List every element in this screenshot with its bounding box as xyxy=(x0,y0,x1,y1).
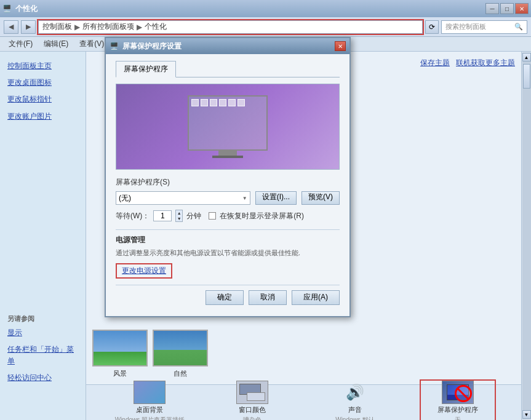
scrollbar-thumb[interactable] xyxy=(523,64,530,89)
search-bar[interactable]: 搜索控制面板 🔍 xyxy=(441,20,527,34)
wait-spinner[interactable]: ▲ ▼ xyxy=(175,210,183,222)
desktop-bg-label: 桌面背景 xyxy=(136,405,163,414)
breadcrumb-part2: 所有控制面板项 xyxy=(82,22,134,32)
sidebar-item-display[interactable]: 显示 xyxy=(0,325,86,341)
wait-row: 等待(W)： ▲ ▼ 分钟 在恢复时显示登录屏幕(R) xyxy=(116,210,340,222)
maximize-button[interactable]: □ xyxy=(500,3,514,14)
window-color-label: 窗口颜色 xyxy=(239,405,266,414)
ok-button[interactable]: 确定 xyxy=(206,290,244,305)
dialog-body: 屏幕保护程序 xyxy=(106,54,349,316)
breadcrumb-part1: 控制面板 xyxy=(42,22,72,32)
back-button[interactable]: ◀ xyxy=(4,20,18,34)
theme-nature-label: 自然 xyxy=(174,369,187,378)
cancel-button[interactable]: 取消 xyxy=(249,290,287,305)
sidebar-item-home[interactable]: 控制面板主页 xyxy=(0,58,86,74)
forward-button[interactable]: ▶ xyxy=(21,20,36,34)
scrollbar-track xyxy=(522,61,531,410)
sound-item[interactable]: 🔊 声音 Windows 默认 xyxy=(318,381,392,420)
wait-unit: 分钟 xyxy=(186,211,201,221)
title-bar-buttons: ─ □ ✕ xyxy=(485,3,529,14)
close-button[interactable]: ✕ xyxy=(515,3,529,14)
theme-nature[interactable]: 自然 xyxy=(153,330,208,378)
dialog-tab-bar: 屏幕保护程序 xyxy=(116,60,340,77)
title-icon: 🖥️ xyxy=(2,4,12,13)
more-themes-link[interactable]: 联机获取更多主题 xyxy=(456,58,515,68)
preview-area xyxy=(116,84,340,170)
window-title: 个性化 xyxy=(15,4,38,14)
dialog-close-button[interactable]: ✕ xyxy=(335,41,346,51)
scroll-up-button[interactable]: ▲ xyxy=(522,53,531,61)
desktop-bg-item[interactable]: 桌面背景 Windows 照片查看器墙纸 xyxy=(113,381,186,420)
theme-links: 保存主题 联机获取更多主题 xyxy=(420,58,515,68)
sound-icon: 🔊 xyxy=(339,381,371,404)
save-theme-link[interactable]: 保存主题 xyxy=(420,58,450,68)
wait-input[interactable] xyxy=(153,210,172,221)
breadcrumb-sep2: ▶ xyxy=(137,23,142,31)
desktop-bg-sublabel: Windows 照片查看器墙纸 xyxy=(115,416,185,420)
sidebar-item-ease-access[interactable]: 轻松访问中心 xyxy=(0,370,86,386)
window-color-icon xyxy=(236,381,268,404)
settings-button[interactable]: 设置(I)... xyxy=(255,191,297,205)
dialog-footer: 确定 取消 应用(A) xyxy=(116,285,340,307)
theme-scenery-label: 风景 xyxy=(113,369,127,378)
change-power-settings-button[interactable]: 更改电源设置 xyxy=(116,263,172,279)
resume-label: 在恢复时显示登录屏幕(R) xyxy=(220,211,304,221)
screensaver-dropdown-arrow: ▼ xyxy=(242,196,247,201)
right-scrollbar[interactable]: ▲ ▼ xyxy=(521,52,531,420)
theme-thumbnails: 风景 自然 xyxy=(92,330,515,378)
window-color-item[interactable]: 窗口颜色 嘈杂色 xyxy=(215,381,289,420)
also-see-title: 另请参阅 xyxy=(0,309,86,325)
dialog-title: 🖥️ 屏幕保护程序设置 xyxy=(110,41,182,52)
sidebar-item-mouse-pointers[interactable]: 更改鼠标指针 xyxy=(0,91,86,108)
dialog-tab-screensaver[interactable]: 屏幕保护程序 xyxy=(116,61,176,77)
breadcrumb-part3: 个性化 xyxy=(145,22,167,32)
screensaver-select-value: (无) xyxy=(119,193,131,204)
menu-file[interactable]: 文件(F) xyxy=(4,38,38,50)
screensaver-settings-dialog: 🖥️ 屏幕保护程序设置 ✕ 屏幕保护程序 xyxy=(105,37,351,317)
wait-label: 等待(W)： xyxy=(116,211,150,221)
menu-view[interactable]: 查看(V) xyxy=(74,38,109,50)
breadcrumb[interactable]: 控制面板 ▶ 所有控制面板项 ▶ 个性化 xyxy=(38,20,423,34)
power-desc: 通过调整显示亮度和其他电源设置以节省能源或提供最佳性能. xyxy=(116,248,340,258)
dialog-title-icon: 🖥️ xyxy=(110,42,119,50)
title-bar: 🖥️ 个性化 ─ □ ✕ xyxy=(0,0,531,17)
scroll-down-button[interactable]: ▼ xyxy=(522,410,531,419)
search-placeholder: 搜索控制面板 xyxy=(445,22,486,31)
screensaver-label-text: 屏幕保护程序(S) xyxy=(116,177,340,188)
resume-checkbox[interactable] xyxy=(209,212,216,220)
search-icon: 🔍 xyxy=(514,23,523,31)
sound-label: 声音 xyxy=(348,405,362,414)
sidebar-item-desktop-icons[interactable]: 更改桌面图标 xyxy=(0,74,86,91)
theme-scenery[interactable]: 风景 xyxy=(92,330,148,378)
breadcrumb-sep1: ▶ xyxy=(74,23,80,31)
preview-button[interactable]: 预览(V) xyxy=(301,191,340,205)
wait-down-button[interactable]: ▼ xyxy=(176,216,182,221)
sound-sublabel: Windows 默认 xyxy=(335,416,374,420)
apply-button[interactable]: 应用(A) xyxy=(292,290,340,305)
address-bar: ◀ ▶ 控制面板 ▶ 所有控制面板项 ▶ 个性化 ⟳ 搜索控制面板 🔍 xyxy=(0,17,531,37)
theme-scenery-image xyxy=(92,330,148,367)
bottom-icons: 桌面背景 Windows 照片查看器墙纸 窗口颜色 嘈杂色 🔊 声音 Wi xyxy=(86,384,521,420)
refresh-button[interactable]: ⟳ xyxy=(425,20,439,34)
power-section: 电源管理 通过调整显示亮度和其他电源设置以节省能源或提供最佳性能. 更改电源设置 xyxy=(116,229,340,279)
minimize-button[interactable]: ─ xyxy=(485,3,499,14)
screensaver-select[interactable]: (无) ▼ xyxy=(116,191,250,205)
sidebar: 控制面板主页 更改桌面图标 更改鼠标指针 更改账户图片 另请参阅 显示 任务栏和… xyxy=(0,52,86,420)
power-title: 电源管理 xyxy=(116,235,340,245)
theme-nature-image xyxy=(153,330,208,367)
wait-up-button[interactable]: ▲ xyxy=(176,210,182,216)
preview-screen xyxy=(188,95,268,151)
dialog-title-text: 屏幕保护程序设置 xyxy=(122,41,182,52)
sidebar-item-taskbar[interactable]: 任务栏和「开始」菜单 xyxy=(0,341,86,370)
menu-edit[interactable]: 编辑(E) xyxy=(39,38,73,50)
desktop-bg-icon xyxy=(134,381,166,404)
screensaver-label: 屏幕保护程序 xyxy=(437,405,478,414)
screensaver-sublabel: 无 xyxy=(455,416,461,420)
screensaver-item[interactable]: 屏幕保护程序 无 xyxy=(421,381,495,420)
window-color-sublabel: 嘈杂色 xyxy=(243,416,262,420)
screensaver-icon xyxy=(442,381,474,404)
screensaver-row: (无) ▼ 设置(I)... 预览(V) xyxy=(116,191,340,205)
sidebar-item-account-pic[interactable]: 更改账户图片 xyxy=(0,108,86,125)
dialog-title-bar: 🖥️ 屏幕保护程序设置 ✕ xyxy=(106,38,349,54)
